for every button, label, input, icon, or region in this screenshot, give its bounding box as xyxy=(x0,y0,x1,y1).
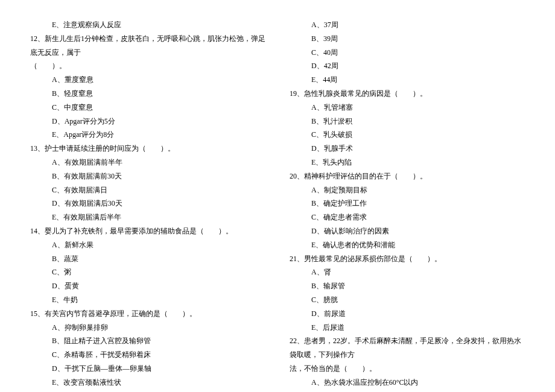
q22-option-b: B、热水袋套外再包裹一大毛巾 xyxy=(290,390,525,392)
q12-option-b: B、轻度窒息 xyxy=(30,87,265,101)
left-column: E、注意观察病人反应 12、新生儿生后1分钟检查，皮肤苍白，无呼吸和心跳，肌张力… xyxy=(30,18,265,392)
q19-stem: 19、急性乳腺炎最常见的病因是（ ）。 xyxy=(290,87,525,101)
q13-option-d: D、有效期届满后30天 xyxy=(30,197,265,210)
q13-stem: 13、护士申请延续注册的时间应为（ ）。 xyxy=(30,142,265,156)
q22-stem-line1: 22、患者男，22岁。手术后麻醉未清醒，手足厥冷，全身发抖，欲用热水袋取暖，下列… xyxy=(290,334,525,362)
q12-option-e: E、Apgar评分为8分 xyxy=(30,128,265,142)
right-column: A、37周 B、39周 C、40周 D、42周 E、44周 19、急性乳腺炎最常… xyxy=(290,18,525,392)
q15-option-b: B、阻止精子进入宫腔及输卵管 xyxy=(30,334,265,348)
q18-option-c: C、40周 xyxy=(290,46,525,60)
q12-option-d: D、Apgar评分为5分 xyxy=(30,115,265,128)
q20-option-a: A、制定预期目标 xyxy=(290,183,525,197)
q20-option-c: C、确定患者需求 xyxy=(290,210,525,224)
q14-stem: 14、婴儿为了补充铁剂，最早需要添加的辅助食品是（ ）。 xyxy=(30,224,265,238)
q21-option-a: A、肾 xyxy=(290,265,525,279)
q14-option-d: D、蛋黄 xyxy=(30,279,265,293)
q12-option-a: A、重度窒息 xyxy=(30,73,265,87)
q19-option-c: C、乳头破损 xyxy=(290,128,525,142)
q12-stem-line2: （ ）。 xyxy=(30,59,265,73)
q15-stem: 15、有关宫内节育器避孕原理，正确的是（ ）。 xyxy=(30,307,265,321)
page-columns: E、注意观察病人反应 12、新生儿生后1分钟检查，皮肤苍白，无呼吸和心跳，肌张力… xyxy=(30,18,525,392)
q20-option-b: B、确定护理工作 xyxy=(290,197,525,210)
q13-option-b: B、有效期届满前30天 xyxy=(30,169,265,183)
q18-option-a: A、37周 xyxy=(290,18,525,32)
q14-option-a: A、新鲜水果 xyxy=(30,238,265,252)
q22-stem-line2: 法，不恰当的是（ ）。 xyxy=(290,362,525,376)
q19-option-d: D、乳腺手术 xyxy=(290,142,525,156)
q15-option-c: C、杀精毒胚，干扰受精卵着床 xyxy=(30,348,265,362)
q20-option-d: D、确认影响治疗的因素 xyxy=(290,224,525,238)
q20-option-e: E、确认患者的优势和潜能 xyxy=(290,238,525,252)
q21-option-c: C、膀胱 xyxy=(290,293,525,307)
q13-option-c: C、有效期届满日 xyxy=(30,183,265,197)
q16-stem: 16、为肢体外伤的病人穿脱衣服的顺序是（ ）。 xyxy=(30,390,265,392)
q15-option-d: D、干扰下丘脑—垂体—卵巢轴 xyxy=(30,362,265,376)
q15-option-a: A、抑制卵巢排卵 xyxy=(30,321,265,335)
q21-option-e: E、后尿道 xyxy=(290,321,525,335)
q20-stem: 20、精神科护理评估的目的在于（ ）。 xyxy=(290,169,525,183)
q18-option-d: D、42周 xyxy=(290,59,525,73)
q19-option-b: B、乳汁淤积 xyxy=(290,115,525,128)
q18-option-e: E、44周 xyxy=(290,73,525,87)
q14-option-b: B、蔬菜 xyxy=(30,252,265,266)
q13-option-e: E、有效期届满后半年 xyxy=(30,210,265,224)
q22-option-a: A、热水袋水温应控制在60°C以内 xyxy=(290,376,525,390)
q12-stem-line1: 12、新生儿生后1分钟检查，皮肤苍白，无呼吸和心跳，肌张力松弛，弹足底无反应，属… xyxy=(30,32,265,60)
q14-option-e: E、牛奶 xyxy=(30,293,265,307)
q12-option-c: C、中度窒息 xyxy=(30,101,265,115)
q13-option-a: A、有效期届满前半年 xyxy=(30,156,265,169)
q21-stem: 21、男性最常见的泌尿系损伤部位是（ ）。 xyxy=(290,252,525,266)
q11-option-e: E、注意观察病人反应 xyxy=(30,18,265,32)
q19-option-a: A、乳管堵塞 xyxy=(290,101,525,115)
q19-option-e: E、乳头内陷 xyxy=(290,156,525,169)
q14-option-c: C、粥 xyxy=(30,265,265,279)
q21-option-b: B、输尿管 xyxy=(290,279,525,293)
q18-option-b: B、39周 xyxy=(290,32,525,46)
q15-option-e: E、改变宫颈黏液性状 xyxy=(30,376,265,390)
q21-option-d: D、前尿道 xyxy=(290,307,525,321)
